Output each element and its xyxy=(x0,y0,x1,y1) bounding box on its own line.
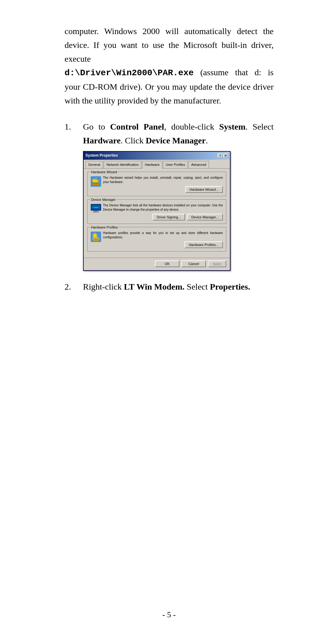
step-1-content: Go to Control Panel, double-click System… xyxy=(83,120,274,271)
help-button[interactable]: ? xyxy=(218,154,223,158)
hardware-profiles-group-title: Hardware Profiles xyxy=(90,225,119,230)
tab-network[interactable]: Network Identification xyxy=(104,161,141,169)
tab-general[interactable]: General xyxy=(85,161,103,169)
hardware-profiles-button-row: Hardware Profiles... xyxy=(103,241,223,248)
dialog-tabs: General Network Identification Hardware … xyxy=(84,160,230,169)
ok-button[interactable]: OK xyxy=(155,260,180,267)
step-2-content: Right-click LT Win Modem. Select Propert… xyxy=(83,280,274,294)
step1-bold-3: Hardware xyxy=(83,136,121,145)
step1-text-before: Go to xyxy=(83,122,110,131)
step2-text-mid1: Select xyxy=(184,282,210,291)
hardware-wizard-button-row: Hardware Wizard... xyxy=(103,186,223,193)
dialog-body: Hardware Wizard xyxy=(84,169,230,258)
svg-rect-9 xyxy=(94,211,98,212)
close-button[interactable]: ✕ xyxy=(223,154,228,158)
svg-rect-10 xyxy=(93,212,99,213)
device-manager-button[interactable]: Device Manager... xyxy=(187,214,223,221)
hardware-profiles-icon xyxy=(91,232,101,241)
svg-text:▬▬▬: ▬▬▬ xyxy=(94,206,98,209)
hardware-wizard-group-title: Hardware Wizard xyxy=(90,170,118,175)
device-manager-icon: ▬▬▬ xyxy=(91,204,101,214)
hardware-profiles-group-content: Hardware profiles provide a way for you … xyxy=(91,231,223,248)
step1-text-mid1: , double-click xyxy=(164,122,219,131)
step1-text-mid3: . Click xyxy=(121,136,146,145)
dialog-footer: OK Cancel Apply xyxy=(84,258,230,270)
step-1-number: 1. xyxy=(65,120,80,271)
svg-rect-17 xyxy=(93,238,99,241)
device-manager-text-area: The Device Manager lists all the hardwar… xyxy=(103,203,223,221)
hardware-wizard-icon xyxy=(91,176,101,186)
intro-paragraph: computer. Windows 2000 will automaticall… xyxy=(65,25,274,108)
step2-bold-2: Properties. xyxy=(210,282,250,291)
step1-bold-4: Device Manager xyxy=(146,136,206,145)
dialog-title: System Properties xyxy=(85,153,118,158)
device-manager-group: Device Manager xyxy=(87,199,226,224)
page-number: - 5 - xyxy=(65,592,274,619)
profiles-icon-svg xyxy=(91,232,101,242)
step1-text-mid2: . Select xyxy=(246,122,274,131)
device-manager-description: The Device Manager lists all the hardwar… xyxy=(103,203,223,212)
intro-bold-code: d:\Driver\Win2000\PAR.exe xyxy=(65,68,194,78)
intro-text-1: computer. Windows 2000 will automaticall… xyxy=(65,26,274,64)
hardware-profiles-text-area: Hardware profiles provide a way for you … xyxy=(103,231,223,248)
hardware-profiles-description: Hardware profiles provide a way for you … xyxy=(103,231,223,240)
step1-bold-2: System xyxy=(219,122,246,131)
tab-advanced[interactable]: Advanced xyxy=(188,161,209,169)
wizard-icon-svg xyxy=(91,176,101,187)
step-1: 1. Go to Control Panel, double-click Sys… xyxy=(65,120,274,271)
hardware-wizard-group: Hardware Wizard xyxy=(87,172,226,196)
driver-signing-button[interactable]: Driver Signing... xyxy=(152,214,185,221)
tab-userprofiles[interactable]: User Profiles xyxy=(163,161,188,169)
step1-bold-1: Control Panel xyxy=(110,122,164,131)
device-manager-group-content: ▬▬▬ The Device Manager lists all the har… xyxy=(91,203,223,221)
titlebar-buttons: ? ✕ xyxy=(218,154,228,158)
apply-button[interactable]: Apply xyxy=(208,260,226,267)
hardware-wizard-group-content: The Hardware wizard helps you install, u… xyxy=(91,176,223,193)
hardware-wizard-text-area: The Hardware wizard helps you install, u… xyxy=(103,176,223,193)
tab-hardware[interactable]: Hardware xyxy=(142,161,162,169)
page: computer. Windows 2000 will automaticall… xyxy=(40,0,292,644)
dialog-titlebar: System Properties ? ✕ xyxy=(84,152,230,159)
hardware-profiles-button[interactable]: Hardware Profiles... xyxy=(184,241,223,248)
hardware-wizard-description: The Hardware wizard helps you install, u… xyxy=(103,176,223,184)
manager-icon-svg: ▬▬▬ xyxy=(91,204,101,213)
step-2-number: 2. xyxy=(65,280,80,294)
device-manager-button-row: Driver Signing... Device Manager... xyxy=(103,214,223,221)
step-2: 2. Right-click LT Win Modem. Select Prop… xyxy=(65,280,274,294)
system-properties-dialog: System Properties ? ✕ General Network Id… xyxy=(83,151,231,271)
step2-bold-1: LT Win Modem. xyxy=(124,282,184,291)
screenshot-container: System Properties ? ✕ General Network Id… xyxy=(83,151,274,271)
device-manager-group-title: Device Manager xyxy=(90,197,117,203)
hardware-profiles-group: Hardware Profiles xyxy=(87,227,226,252)
cancel-button[interactable]: Cancel xyxy=(181,260,206,267)
step2-text-before: Right-click xyxy=(83,282,124,291)
hardware-wizard-button[interactable]: Hardware Wizard... xyxy=(185,186,223,193)
step1-text-end: . xyxy=(206,136,208,145)
